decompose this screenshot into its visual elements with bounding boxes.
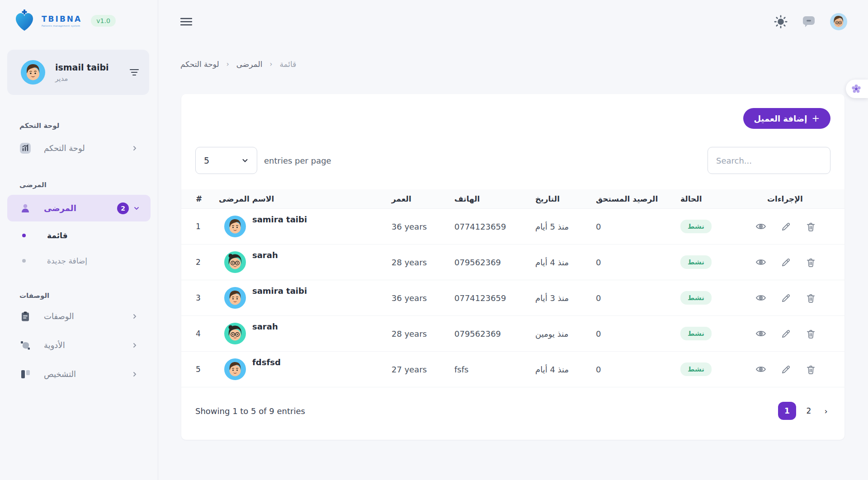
view-eye-icon[interactable] [755, 257, 766, 268]
settings-fab[interactable] [846, 80, 868, 98]
dashboard-chart-icon [19, 142, 31, 154]
chevron-right-icon [132, 313, 138, 320]
patient-date: منذ 4 أيام [535, 365, 596, 374]
chevron-right-icon [132, 145, 138, 151]
section-label-dashboard: لوحة التحكم [19, 122, 158, 130]
column-header-balance: الرصيد المستحق [596, 194, 680, 203]
breadcrumb-separator: › [269, 60, 272, 68]
bullet-dot-icon [22, 234, 26, 237]
edit-pen-icon[interactable] [781, 257, 791, 268]
add-client-button[interactable]: إضافة العميل + [743, 108, 830, 129]
sidebar-item-patients[interactable]: المرضى 2 [7, 195, 151, 221]
topbar-avatar[interactable] [830, 13, 847, 30]
patient-phone: 079562369 [454, 329, 535, 339]
row-actions [751, 364, 844, 375]
table-row: 5 fdsfsd 27 years fsfs منذ 4 أيام 0 نشط [181, 352, 844, 387]
entries-per-page-label: entries per page [264, 156, 331, 165]
patient-phone: fsfs [454, 365, 535, 374]
edit-pen-icon[interactable] [781, 221, 791, 232]
breadcrumb: لوحة التحكم › المرضى › قائمة [180, 60, 868, 69]
patient-balance: 0 [596, 365, 680, 374]
patient-avatar [224, 287, 246, 309]
patient-name-cell: samira taibi [219, 280, 392, 315]
sidebar-item-label: التشخيص [44, 369, 76, 379]
user-card[interactable]: ismail taibi مدير [7, 50, 149, 95]
delete-trash-icon[interactable] [806, 257, 816, 268]
patient-phone: 079562369 [454, 258, 535, 267]
entries-per-page-select[interactable]: 5 [195, 147, 257, 174]
column-header-age: العمر [392, 194, 454, 203]
patient-avatar [224, 358, 246, 380]
column-header-name: الاسم المرضى [219, 194, 392, 203]
delete-trash-icon[interactable] [806, 329, 816, 339]
edit-pen-icon[interactable] [781, 329, 791, 339]
sidebar-item-dashboard[interactable]: لوحة التحكم [0, 138, 158, 158]
row-number: 5 [181, 365, 219, 374]
messages-icon[interactable] [802, 15, 816, 28]
patients-count-badge: 2 [117, 202, 129, 214]
user-role: مدير [55, 75, 109, 83]
sidebar-subitem-label: قائمة [47, 231, 68, 240]
plus-icon: + [811, 113, 820, 124]
sidebar-item-medicines[interactable]: الأدوية [0, 335, 158, 355]
status-badge: نشط [680, 362, 712, 376]
breadcrumb-item-patients[interactable]: المرضى [236, 60, 263, 69]
patient-name: sarah [252, 250, 278, 260]
page-1-button[interactable]: 1 [778, 402, 796, 420]
column-header-date: التاريخ [535, 194, 596, 203]
edit-pen-icon[interactable] [781, 364, 791, 375]
section-label-patients: المرضى [19, 181, 158, 189]
medicine-pill-icon [19, 339, 31, 351]
patient-balance: 0 [596, 258, 680, 267]
column-header-num: # [181, 194, 219, 203]
status-badge: نشط [680, 220, 712, 233]
breadcrumb-item-list: قائمة [279, 60, 296, 69]
delete-trash-icon[interactable] [806, 293, 816, 303]
status-badge: نشط [680, 291, 712, 305]
app-name: TBIBNA [42, 14, 82, 24]
version-badge: v1.0 [91, 15, 116, 27]
app-root: { "app": { "name": "TBIBNA", "tagline": … [0, 0, 868, 480]
patient-avatar [224, 323, 246, 344]
edit-pen-icon[interactable] [781, 293, 791, 303]
view-eye-icon[interactable] [755, 221, 766, 232]
filter-icon[interactable] [129, 67, 139, 77]
view-eye-icon[interactable] [755, 328, 766, 339]
breadcrumb-item-dashboard[interactable]: لوحة التحكم [180, 60, 219, 69]
columns-icon [19, 368, 31, 380]
logo-row: TBIBNA Patients management system v1.0 [0, 0, 158, 33]
patient-name: sarah [252, 322, 278, 331]
sidebar-subitem-list[interactable]: قائمة [0, 229, 158, 242]
row-number: 1 [181, 222, 219, 231]
patient-avatar [224, 216, 246, 237]
page-2-button[interactable]: 2 [804, 406, 813, 415]
hamburger-menu-icon[interactable] [180, 17, 192, 26]
theme-toggle-sun-icon[interactable] [774, 15, 788, 28]
delete-trash-icon[interactable] [806, 221, 816, 232]
patient-age: 36 years [392, 222, 454, 231]
sidebar-subitem-add-new[interactable]: إضافة جديدة [0, 254, 158, 268]
patient-name-cell: sarah [219, 316, 392, 351]
chevron-down-icon [241, 157, 249, 164]
status-badge: نشط [680, 255, 712, 269]
patient-name-cell: sarah [219, 245, 392, 280]
view-eye-icon[interactable] [755, 292, 766, 303]
sidebar-subitem-label: إضافة جديدة [47, 256, 87, 265]
row-actions [751, 221, 844, 232]
search-input[interactable] [708, 147, 830, 174]
chevron-right-icon [132, 371, 138, 377]
patient-date: منذ يومين [535, 329, 596, 339]
breadcrumb-separator: › [226, 60, 229, 68]
table-footer: Showing 1 to 5 of 9 entries 1 2 › [181, 387, 844, 440]
row-number: 3 [181, 293, 219, 302]
user-avatar [21, 60, 45, 85]
table-row: 4 sarah 28 years 079562369 منذ يومين 0 ن… [181, 316, 844, 352]
delete-trash-icon[interactable] [806, 364, 816, 375]
sidebar-item-diagnosis[interactable]: التشخيص [0, 364, 158, 384]
app-tagline: Patients management system [42, 24, 82, 27]
sidebar-item-prescriptions[interactable]: الوصفات [0, 306, 158, 326]
row-actions [751, 292, 844, 303]
row-number: 4 [181, 329, 219, 338]
view-eye-icon[interactable] [755, 364, 766, 375]
next-page-button[interactable]: › [821, 406, 830, 416]
